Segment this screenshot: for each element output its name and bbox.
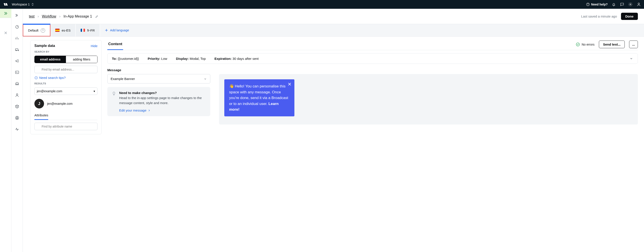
breadcrumb-test[interactable]: test bbox=[29, 14, 34, 18]
lang-tab-fr[interactable]: fr-FR bbox=[76, 24, 100, 36]
flag-es-icon bbox=[55, 29, 60, 32]
chevron-right-icon bbox=[148, 109, 151, 112]
message-preview: 👋Hello! You can personalise this space w… bbox=[219, 74, 638, 124]
nav-analytics-icon[interactable] bbox=[14, 36, 20, 41]
nav-inbox-icon[interactable] bbox=[14, 81, 20, 86]
workspace-switcher[interactable]: Workspace 1 bbox=[12, 3, 34, 6]
bell-icon[interactable] bbox=[612, 2, 616, 6]
subtab-attributes[interactable]: Attributes bbox=[34, 111, 48, 120]
svg-point-9 bbox=[16, 94, 18, 95]
segment-filters[interactable]: adding filters bbox=[66, 56, 97, 63]
need-help-button[interactable]: Need help? bbox=[586, 2, 608, 6]
breadcrumb-workflow[interactable]: Workflow bbox=[42, 14, 56, 18]
svg-point-16 bbox=[576, 43, 580, 46]
nav-people-icon[interactable] bbox=[14, 92, 20, 98]
rail-app-icon[interactable] bbox=[3, 11, 8, 16]
collapse-rail-icon[interactable] bbox=[14, 13, 20, 18]
more-actions-button[interactable]: ... bbox=[629, 40, 638, 48]
lightbulb-icon bbox=[112, 92, 116, 96]
nav-dashboard-icon[interactable] bbox=[14, 24, 20, 29]
app-logo[interactable] bbox=[3, 2, 8, 7]
svg-text:?: ? bbox=[36, 77, 37, 79]
nav-terminal-icon[interactable] bbox=[14, 70, 20, 75]
breadcrumb: test › Workflow › In-App Message 1 bbox=[29, 14, 98, 18]
nav-activity-icon[interactable] bbox=[14, 127, 20, 132]
svg-point-11 bbox=[16, 117, 18, 118]
nav-journeys-icon[interactable] bbox=[14, 47, 20, 52]
edit-message-link[interactable]: Edit your message bbox=[119, 108, 151, 112]
chat-icon[interactable] bbox=[620, 2, 624, 6]
close-icon[interactable] bbox=[288, 82, 292, 86]
search-tips-link[interactable]: ? Need search tips? bbox=[34, 76, 98, 80]
results-select[interactable]: jen@example.com ▾ bbox=[34, 88, 98, 95]
help-icon[interactable]: ? bbox=[41, 28, 45, 33]
updown-icon bbox=[31, 3, 34, 6]
svg-point-6 bbox=[18, 50, 18, 51]
message-meta-summary[interactable]: To: {{customer.id}} Priority: Low Displa… bbox=[107, 53, 638, 64]
svg-point-1 bbox=[588, 5, 588, 6]
message-template-select[interactable]: Example Banner bbox=[107, 74, 210, 84]
message-section-label: Message bbox=[107, 68, 638, 72]
lang-tab-default[interactable]: Default ? bbox=[23, 24, 50, 36]
search-by-segment: email address adding filters bbox=[34, 56, 98, 63]
no-errors-indicator: No errors bbox=[576, 42, 594, 47]
chevron-down-icon: ▾ bbox=[94, 90, 95, 93]
person-email: jen@example.com bbox=[47, 102, 72, 106]
lang-tab-es[interactable]: es-ES bbox=[50, 24, 76, 36]
user-icon[interactable] bbox=[636, 2, 641, 6]
flag-fr-icon bbox=[80, 29, 85, 32]
attribute-search-input[interactable] bbox=[34, 123, 98, 130]
help-icon: ? bbox=[34, 76, 38, 80]
svg-point-2 bbox=[630, 4, 631, 5]
chevron-down-icon bbox=[204, 77, 207, 81]
rail-secondary-icon[interactable] bbox=[3, 30, 8, 36]
segment-email[interactable]: email address bbox=[34, 56, 66, 63]
check-circle-icon bbox=[576, 42, 580, 47]
workspace-name: Workspace 1 bbox=[12, 3, 30, 6]
chevron-right-icon: › bbox=[38, 14, 39, 18]
banner-body: Hello! You can personalise this space wi… bbox=[229, 84, 288, 106]
gear-icon[interactable] bbox=[628, 2, 632, 6]
help-icon bbox=[586, 2, 590, 6]
sample-data-title: Sample data bbox=[34, 44, 55, 48]
nav-package-icon[interactable] bbox=[14, 104, 20, 109]
chevron-right-icon: › bbox=[59, 14, 60, 18]
breadcrumb-current: In-App Message 1 bbox=[64, 14, 92, 18]
chevron-down-icon[interactable] bbox=[629, 56, 633, 60]
send-test-button[interactable]: Send test... bbox=[599, 40, 625, 48]
avatar: J bbox=[34, 99, 44, 108]
nav-broadcast-icon[interactable] bbox=[14, 58, 20, 64]
hint-box: Need to make changes? Head to the in-app… bbox=[107, 87, 210, 116]
plus-icon bbox=[104, 28, 108, 32]
svg-point-3 bbox=[638, 3, 640, 4]
banner-preview: 👋Hello! You can personalise this space w… bbox=[224, 79, 294, 116]
pencil-icon[interactable] bbox=[95, 15, 98, 18]
hint-body: Head to the in-app settings page to make… bbox=[119, 96, 206, 106]
wave-emoji: 👋 bbox=[229, 84, 234, 88]
add-language-button[interactable]: Add language bbox=[100, 24, 134, 36]
results-label: RESULTS bbox=[34, 82, 98, 85]
last-saved-label: Last saved a minute ago bbox=[581, 14, 617, 18]
nav-account-icon[interactable] bbox=[14, 115, 20, 120]
tab-content[interactable]: Content bbox=[107, 39, 123, 50]
hide-link[interactable]: Hide bbox=[91, 44, 98, 48]
search-input[interactable] bbox=[34, 66, 98, 73]
done-button[interactable]: Done bbox=[621, 13, 638, 20]
hint-title: Need to make changes? bbox=[119, 91, 206, 95]
svg-rect-8 bbox=[15, 71, 18, 74]
search-by-label: SEARCH BY bbox=[34, 50, 98, 53]
